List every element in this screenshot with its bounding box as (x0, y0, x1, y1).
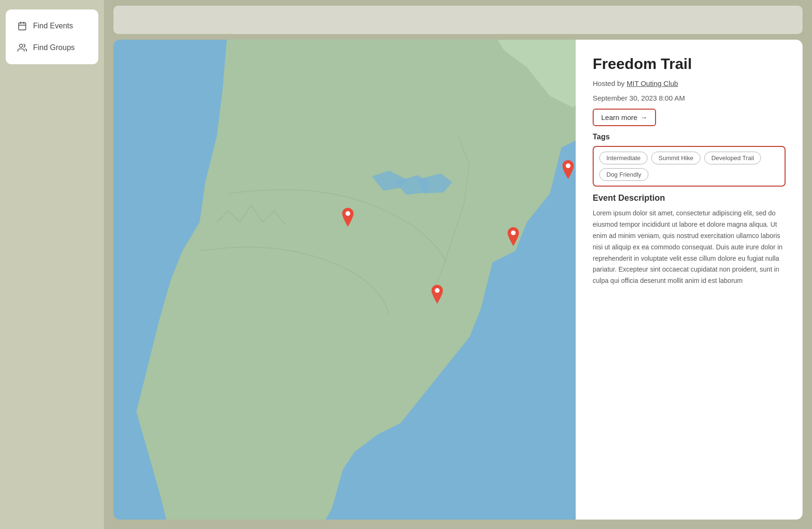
description-section: Event Description Lorem ipsum dolor sit … (593, 193, 786, 287)
event-info-panel: Freedom Trail Hosted by MIT Outing Club … (576, 40, 803, 520)
sidebar-item-find-groups[interactable]: Find Groups (13, 38, 91, 58)
main-content: Freedom Trail Hosted by MIT Outing Club … (104, 0, 812, 529)
tags-section: Tags Intermediate Summit Hike Developed … (593, 133, 786, 187)
sidebar-card: Find Events Find Groups (6, 9, 98, 64)
find-groups-label: Find Groups (33, 43, 75, 52)
sidebar: Find Events Find Groups (0, 0, 104, 529)
map-pin-1[interactable] (561, 160, 576, 179)
calendar-icon (17, 21, 27, 31)
learn-more-button[interactable]: Learn more → (593, 109, 656, 126)
hosted-by-label: Hosted by (593, 79, 625, 87)
event-date: September 30, 2023 8:00 AM (593, 94, 786, 102)
svg-point-8 (511, 230, 516, 235)
map-container: Freedom Trail Hosted by MIT Outing Club … (113, 40, 803, 520)
find-events-label: Find Events (33, 22, 73, 30)
description-label: Event Description (593, 193, 786, 203)
hosted-by: Hosted by MIT Outing Club (593, 79, 786, 87)
svg-point-4 (19, 44, 23, 48)
description-text: Lorem ipsum dolor sit amet, consectetur … (593, 208, 786, 287)
people-icon (17, 43, 27, 53)
tags-container: Intermediate Summit Hike Developed Trail… (593, 146, 786, 187)
svg-point-7 (346, 211, 350, 216)
tag-intermediate[interactable]: Intermediate (599, 152, 648, 164)
tags-label: Tags (593, 133, 786, 141)
map-pin-3[interactable] (506, 227, 521, 246)
svg-rect-0 (19, 23, 26, 30)
map-pin-4[interactable] (430, 285, 445, 304)
svg-point-9 (435, 288, 440, 293)
tag-dog-friendly[interactable]: Dog Friendly (599, 168, 648, 181)
map-pin-2[interactable] (340, 208, 355, 227)
search-bar-area[interactable] (113, 6, 803, 34)
tag-summit-hike[interactable]: Summit Hike (651, 152, 700, 164)
event-title: Freedom Trail (593, 55, 786, 73)
tag-developed-trail[interactable]: Developed Trail (704, 152, 761, 164)
learn-more-arrow: → (640, 113, 648, 121)
svg-point-6 (566, 163, 570, 168)
learn-more-label: Learn more (601, 113, 638, 121)
host-link[interactable]: MIT Outing Club (627, 79, 678, 87)
sidebar-item-find-events[interactable]: Find Events (13, 16, 91, 36)
